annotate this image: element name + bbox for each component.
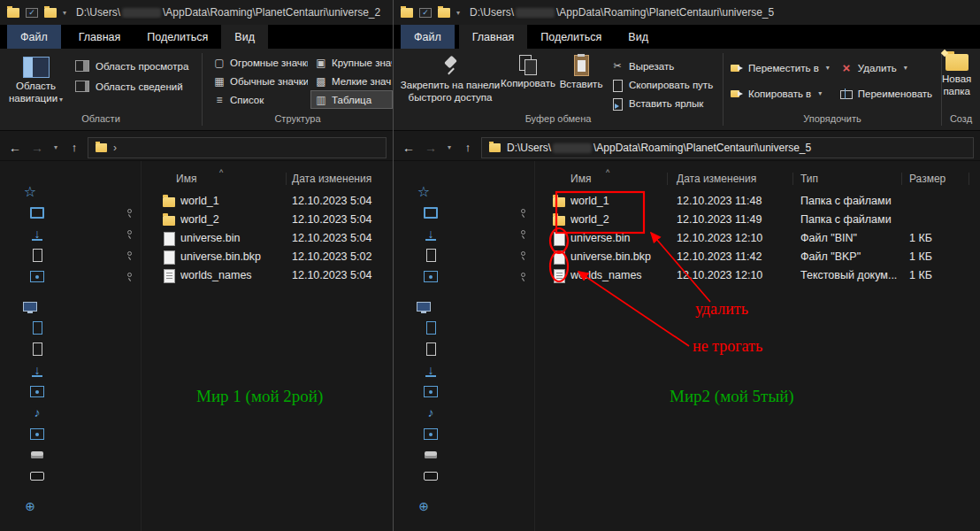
back-button[interactable]: ← xyxy=(6,141,24,155)
sidebar-item-local-disk-c[interactable] xyxy=(0,444,141,466)
sidebar-item-pictures-folder[interactable] xyxy=(394,381,534,402)
tab-file[interactable]: Файл xyxy=(7,25,61,49)
column-header-size[interactable]: Размер xyxy=(902,173,969,185)
sort-ascending-icon: ^ xyxy=(219,168,223,177)
sidebar-item-local-disk-d[interactable] xyxy=(0,466,141,487)
column-header-date-modified[interactable]: Дата изменения xyxy=(287,173,393,185)
sidebar-item-network[interactable]: ⊕ xyxy=(394,496,534,517)
sidebar-item-objects-3d[interactable] xyxy=(0,423,141,444)
sidebar-item-videos[interactable] xyxy=(0,317,141,338)
sidebar-item-pictures[interactable] xyxy=(394,266,534,287)
list-view-icon: ≡ xyxy=(213,94,226,106)
sidebar-item-network[interactable]: ⊕ xyxy=(0,496,141,517)
address-bar[interactable]: D:\Users\\AppData\Roaming\PlanetCentauri… xyxy=(481,137,974,158)
sidebar-item-desktop[interactable] xyxy=(0,202,141,223)
sidebar-item-pictures-folder[interactable] xyxy=(0,381,141,402)
address-bar[interactable]: › xyxy=(88,137,387,158)
sidebar-item-local-disk-d[interactable] xyxy=(394,466,534,487)
sidebar-item-downloads[interactable]: ↓ xyxy=(394,223,534,244)
copy-path-button[interactable]: Скопировать путь xyxy=(611,77,713,92)
preview-pane-toggle[interactable]: Область просмотра xyxy=(75,60,188,72)
sidebar-item-documents[interactable] xyxy=(0,244,141,266)
qat-properties-icon[interactable]: ✓ xyxy=(26,8,38,18)
sidebar-item-objects-3d[interactable] xyxy=(394,423,534,444)
view-option-small-icons[interactable]: ▩Мелкие знач xyxy=(310,72,393,90)
column-header-name[interactable]: Имя xyxy=(142,173,287,185)
tab-view[interactable]: Вид xyxy=(221,25,268,49)
file-row-universe.bin.bkp[interactable]: universe.bin.bkp12.10.2023 11:42Файл "BK… xyxy=(535,247,980,266)
pictures-icon xyxy=(423,269,439,283)
forward-button[interactable]: → xyxy=(422,141,440,155)
ribbon-group-label-organize: Упорядочить xyxy=(724,112,941,130)
column-header-name[interactable]: Имя xyxy=(535,173,668,185)
sidebar-item-this-pc[interactable] xyxy=(0,296,141,317)
sidebar-item-music[interactable]: ♪ xyxy=(394,402,534,423)
tab-share[interactable]: Поделиться xyxy=(134,25,221,49)
qat-customize-chevron-icon[interactable]: ▾ xyxy=(63,9,66,17)
sidebar-item-documents-folder[interactable] xyxy=(394,338,534,359)
documents-icon xyxy=(29,248,45,262)
paste-shortcut-icon xyxy=(611,97,624,110)
sidebar-item-this-pc[interactable] xyxy=(394,296,534,317)
view-option-list[interactable]: ≡Список xyxy=(209,90,309,109)
tab-view[interactable]: Вид xyxy=(615,25,662,49)
sidebar-item-local-disk-c[interactable] xyxy=(394,444,534,466)
qat-customize-chevron-icon[interactable]: ▾ xyxy=(456,9,460,17)
tab-home[interactable]: Главная xyxy=(459,25,528,49)
file-row-worlds_names[interactable]: worlds_names12.10.2023 12:10Текстовый до… xyxy=(535,266,980,284)
tab-home[interactable]: Главная xyxy=(65,25,134,49)
paste-shortcut-button[interactable]: Вставить ярлык xyxy=(611,96,713,111)
tab-share[interactable]: Поделиться xyxy=(527,25,615,49)
cut-button[interactable]: ✂Вырезать xyxy=(611,58,713,73)
view-option-details[interactable]: ▥Таблица xyxy=(310,90,393,109)
qat-new-folder-icon[interactable] xyxy=(44,8,57,18)
qat-new-folder-icon[interactable] xyxy=(438,8,450,18)
cut-label: Вырезать xyxy=(629,61,674,72)
file-type: Папка с файлами xyxy=(793,213,902,226)
qat-properties-icon[interactable]: ✓ xyxy=(419,8,432,18)
details-pane-toggle[interactable]: Область сведений xyxy=(75,81,188,92)
copy-to-button[interactable]: Копировать в▾ xyxy=(731,86,830,101)
view-option-extra-large-icons[interactable]: ▢Огромные значки xyxy=(209,53,309,72)
tab-file[interactable]: Файл xyxy=(401,25,455,49)
recent-locations-chevron-icon[interactable]: ▾ xyxy=(50,143,61,151)
up-button[interactable]: ↑ xyxy=(65,141,83,154)
file-row-world_1[interactable]: world_112.10.2023 5:04 xyxy=(142,191,393,210)
pin-to-quick-access-button[interactable]: Закрепить на панелибыстрого доступа xyxy=(401,51,500,112)
column-headers: ^ Имя Дата изменения xyxy=(142,168,393,188)
move-to-button[interactable]: Переместить в▾ xyxy=(731,60,830,75)
paste-button[interactable]: Вставить xyxy=(556,51,606,112)
sidebar-item-music[interactable]: ♪ xyxy=(0,402,141,423)
downloads-icon: ↓ xyxy=(29,227,45,241)
delete-button[interactable]: ×Удалить▾ xyxy=(840,60,932,75)
file-row-universe.bin.bkp[interactable]: universe.bin.bkp12.10.2023 5:02 xyxy=(142,247,393,266)
navigation-pane-button[interactable]: Областьнавигации▾ xyxy=(9,52,63,112)
view-option-large-icons[interactable]: ▣Крупные знач xyxy=(310,53,393,72)
file-row-world_2[interactable]: world_212.10.2023 5:04 xyxy=(142,210,393,228)
sidebar-item-pictures[interactable] xyxy=(0,266,141,287)
new-folder-button[interactable]: Новаяпапка xyxy=(942,49,971,112)
back-button[interactable]: ← xyxy=(400,141,417,155)
sidebar-item-documents-folder[interactable] xyxy=(0,338,141,359)
file-row-worlds_names[interactable]: worlds_names12.10.2023 5:04 xyxy=(142,266,393,284)
file-row-universe.bin[interactable]: universe.bin12.10.2023 5:04 xyxy=(142,228,393,247)
file-row-world_1[interactable]: world_112.10.2023 11:48Папка с файлами xyxy=(535,191,980,210)
column-header-type[interactable]: Тип xyxy=(793,173,902,185)
sidebar-item-documents[interactable] xyxy=(394,244,534,266)
sidebar-item-downloads[interactable]: ↓ xyxy=(0,223,141,244)
column-header-date-modified[interactable]: Дата изменения xyxy=(668,173,793,185)
sidebar-item-quick-access[interactable]: ☆ xyxy=(394,181,534,202)
sidebar-item-downloads-folder[interactable]: ↓ xyxy=(394,359,534,381)
file-row-world_2[interactable]: world_212.10.2023 11:49Папка с файлами xyxy=(535,210,980,228)
rename-button[interactable]: Переименовать xyxy=(840,86,932,101)
file-row-universe.bin[interactable]: universe.bin12.10.2023 12:10Файл "BIN"1 … xyxy=(535,228,980,247)
recent-locations-chevron-icon[interactable]: ▾ xyxy=(444,143,455,151)
view-option-medium-icons[interactable]: ▦Обычные значки xyxy=(209,72,309,90)
sidebar-item-desktop[interactable] xyxy=(394,202,534,223)
sidebar-item-downloads-folder[interactable]: ↓ xyxy=(0,359,141,381)
sidebar-item-quick-access[interactable]: ☆ xyxy=(0,181,141,202)
copy-button[interactable]: Копировать xyxy=(500,51,556,112)
forward-button[interactable]: → xyxy=(28,141,46,155)
sidebar-item-videos[interactable] xyxy=(394,317,534,338)
up-button[interactable]: ↑ xyxy=(459,141,477,154)
